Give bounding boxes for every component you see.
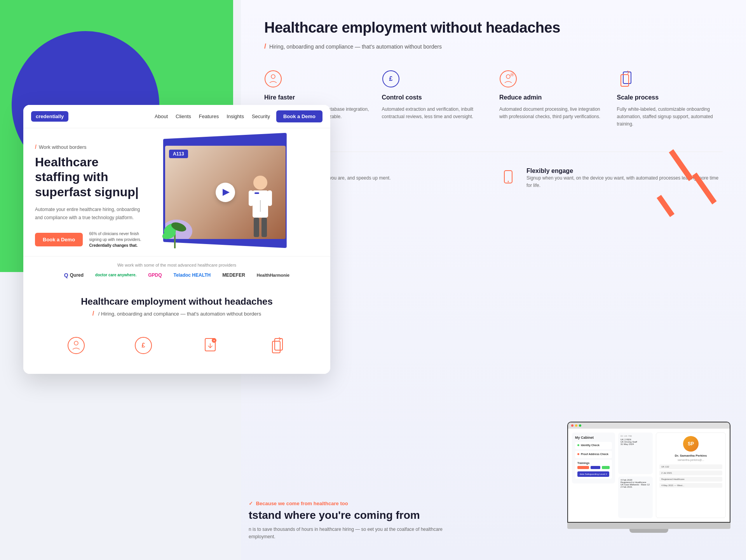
browser-bottom-section: Healthcare employment without headaches … — [23, 284, 330, 374]
feature-reduce-admin: + Reduce admin Automated document proces… — [499, 70, 605, 128]
features-divider — [264, 152, 723, 152]
flexibly-icon — [499, 167, 519, 187]
nav-insights[interactable]: Insights — [227, 113, 244, 119]
lower-icon-2-svg: £ — [134, 337, 152, 354]
laptop-top-bar — [568, 422, 730, 429]
video-badge: A113 — [169, 150, 188, 158]
hero-sub: Automate your entire healthcare hiring, … — [35, 206, 144, 222]
nav-security[interactable]: Security — [252, 113, 270, 119]
svg-point-14 — [253, 176, 267, 190]
laptop-base — [567, 523, 730, 529]
feature-2-desc: Automated extraction and verification, i… — [382, 106, 488, 120]
main-headline: Healthcare employment without headaches — [264, 19, 723, 36]
user-info-list: UK 132 2 Jul 2021 Registered Healthcare … — [659, 464, 722, 488]
hero-section: / Work without borders Healthcare staffi… — [23, 128, 330, 256]
feature-2-title: Control costs — [382, 94, 488, 101]
partner-healthharmonie: HealthHarmonie — [257, 273, 289, 277]
svg-rect-34 — [272, 341, 280, 353]
stand-section: ✓ Because we come from healthcare too ts… — [249, 501, 443, 541]
laptop-screen: My Cabinet Identity Check Proof Address … — [567, 422, 730, 523]
user-info-4: 4 May 2021 — West... — [659, 483, 722, 488]
svg-rect-18 — [249, 190, 253, 206]
lower-icon-3-svg: + — [201, 337, 219, 354]
hero-tag-row: / Work without borders — [35, 144, 144, 150]
hire-faster-icon — [264, 70, 284, 89]
stand-tag: ✓ Because we come from healthcare too — [249, 501, 443, 506]
control-costs-icon: £ — [382, 70, 401, 89]
partner-teladoc: Teladoc HEALTH — [174, 272, 211, 278]
browser-mockup: credentially About Clients Features Insi… — [23, 105, 330, 374]
training-badge: data Safeguarding Level 2 — [577, 471, 609, 477]
svg-rect-8 — [623, 72, 631, 84]
lower-icon-3: + — [181, 337, 240, 354]
play-button[interactable] — [216, 183, 235, 202]
more-details: 4 Feb 2020 Registered in Healthcare UK E… — [621, 479, 650, 488]
svg-text:+: + — [213, 339, 215, 342]
bottom-tagline: / / Hiring, onboarding and compliance — … — [35, 310, 319, 317]
partners-label: We work with some of the most advanced h… — [35, 263, 319, 267]
feature-control-costs: £ Control costs Automated extraction and… — [382, 70, 488, 128]
feature-3-desc: Automated document processing, live inte… — [499, 106, 605, 120]
svg-text:£: £ — [141, 342, 145, 349]
lower-icon-2: £ — [114, 337, 173, 354]
lower-icons-row: £ + — [35, 329, 319, 362]
svg-rect-21 — [261, 218, 267, 237]
dot-red — [571, 424, 573, 427]
proof-address-header: Proof Address Check — [577, 453, 610, 455]
id-details: UK 2 REN UK Driving Staff 31 May 2024 — [621, 438, 650, 445]
feature-4-title: Scale process — [617, 94, 723, 101]
identity-check-header: Identity Check — [577, 444, 610, 447]
dot-green — [579, 424, 581, 427]
tagline-text: Hiring, onboarding and compliance — that… — [269, 44, 442, 50]
reduce-admin-icon: + — [499, 70, 519, 89]
nav-features[interactable]: Features — [199, 113, 219, 119]
laptop-content: My Cabinet Identity Check Proof Address … — [568, 429, 730, 522]
nav-cta-button[interactable]: Book a Demo — [276, 110, 322, 122]
svg-rect-9 — [621, 75, 629, 86]
hero-stat: 66% of clinicians never finish signing u… — [89, 231, 144, 248]
svg-rect-19 — [267, 190, 272, 206]
feature-4-desc: Fully white-labeled, customizable onboar… — [617, 106, 723, 128]
svg-rect-20 — [254, 218, 259, 237]
partner-medefer: MEDEFER — [222, 272, 245, 278]
trainings-item: Trainings data Safeguarding Level 2 — [575, 460, 612, 479]
laptop-mockup: My Cabinet Identity Check Proof Address … — [567, 422, 730, 533]
play-triangle-icon — [223, 189, 230, 196]
laptop-stand — [629, 529, 668, 533]
my-cabinet-panel: My Cabinet Identity Check Proof Address … — [572, 433, 615, 483]
lower-icon-1 — [47, 337, 106, 354]
nav-clients[interactable]: Clients — [176, 113, 191, 119]
svg-text:£: £ — [389, 75, 392, 82]
trainings-header: Trainings — [577, 462, 610, 464]
nav-about[interactable]: About — [155, 113, 168, 119]
flexibly-title: Flexibly engage — [526, 167, 723, 174]
svg-point-1 — [271, 75, 275, 79]
partner-doctor-care: doctor care anywhere. — [95, 273, 136, 277]
lower-icon-1-svg — [67, 337, 85, 354]
stand-headline: tstand where you're coming from — [249, 509, 443, 522]
user-info-3: Registered Healthcare — [659, 477, 722, 481]
identity-check-item: Identity Check — [575, 442, 612, 449]
bottom-headline: Healthcare employment without headaches — [35, 296, 319, 307]
id-check-label: ID: UK 786 — [621, 435, 650, 437]
figure-illustration — [243, 173, 278, 239]
hero-text-block: / Work without borders Healthcare staffi… — [35, 140, 144, 248]
partners-logos-row: QQured doctor care anywhere. GPDQ Telado… — [35, 272, 319, 278]
svg-rect-16 — [254, 192, 259, 194]
user-info-2: 2 Jul 2021 — [659, 471, 722, 475]
svg-point-5 — [506, 75, 510, 79]
bottom-tagline-text: / Hiring, onboarding and compliance — th… — [98, 311, 261, 317]
hero-headline: Healthcare staffing with superfast signu… — [35, 155, 144, 199]
user-info-1: UK 132 — [659, 464, 722, 469]
dot-yellow — [575, 424, 577, 427]
my-cabinet-title: My Cabinet — [575, 436, 612, 440]
svg-point-26 — [68, 337, 84, 354]
user-avatar: SP — [683, 436, 699, 452]
laptop-middle-column: ID: UK 786 UK 2 REN UK Driving Staff 31 … — [618, 433, 653, 518]
user-panel: SP Dr. Samantha Perkins samantha.perkins… — [656, 433, 726, 518]
partner-qured: QQured — [64, 272, 84, 278]
svg-rect-33 — [275, 338, 282, 350]
feature-1-title: Hire faster — [264, 94, 370, 101]
svg-text:+: + — [511, 73, 513, 77]
hero-cta-button[interactable]: Book a Demo — [35, 233, 83, 246]
